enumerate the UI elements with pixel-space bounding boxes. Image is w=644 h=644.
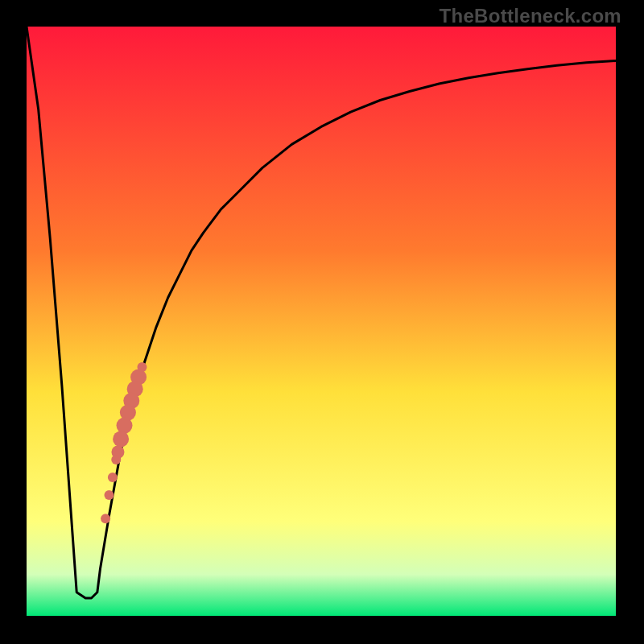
watermark-text: TheBottleneck.com (440, 5, 621, 27)
highlight-marker (117, 418, 133, 434)
chart-frame: TheBottleneck.com (0, 0, 644, 644)
chart-svg (27, 27, 616, 616)
highlight-marker (111, 455, 121, 464)
highlight-marker (101, 514, 110, 523)
plot-area (27, 27, 616, 616)
highlight-marker (104, 490, 114, 500)
highlight-marker (108, 473, 118, 482)
gradient-background (27, 27, 616, 616)
highlight-marker (113, 431, 129, 447)
